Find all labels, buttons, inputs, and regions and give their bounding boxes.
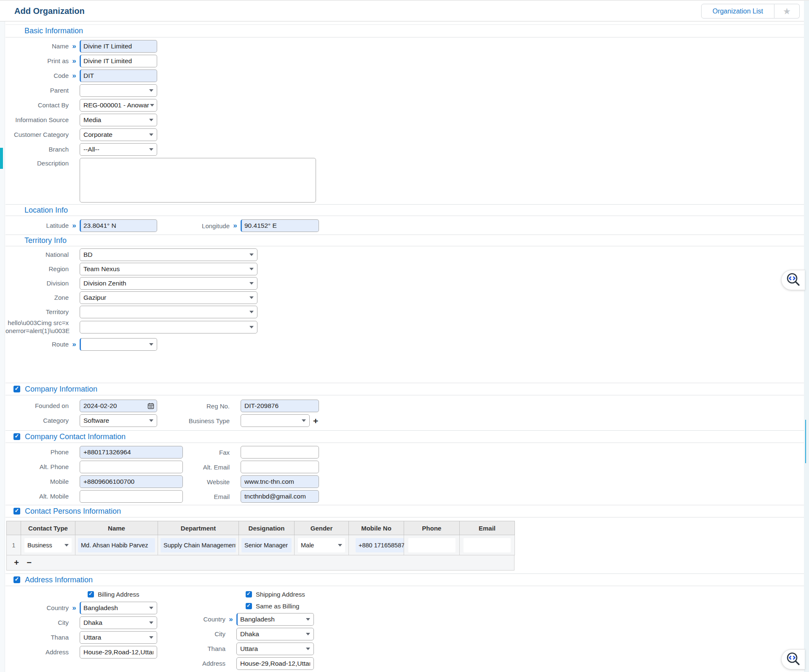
company-information-checkbox[interactable] — [13, 386, 20, 392]
add-business-type-button[interactable]: + — [313, 416, 318, 425]
company-contact-information-checkbox[interactable] — [13, 433, 20, 440]
same-as-billing-checkbox[interactable] — [246, 603, 252, 609]
inspect-code-button[interactable] — [781, 649, 805, 669]
email-input[interactable] — [241, 490, 319, 503]
favorite-button[interactable]: ★ — [774, 4, 800, 19]
chevron-down-icon — [149, 119, 153, 121]
designation-input[interactable]: Senior Manager — [241, 538, 292, 552]
reg-no-input[interactable] — [241, 400, 319, 412]
national-value: BD — [83, 251, 247, 259]
national-select[interactable]: BD — [80, 248, 257, 261]
business-type-select[interactable] — [241, 414, 310, 427]
same-as-billing-label: Same as Billing — [256, 603, 299, 610]
branch-label: Branch — [5, 146, 69, 154]
inspect-code-button[interactable] — [781, 270, 805, 290]
print-as-input[interactable] — [80, 55, 157, 67]
description-textarea[interactable] — [80, 158, 316, 203]
name-label: Name — [5, 43, 69, 51]
chevron-down-icon — [64, 544, 69, 547]
required-icon: » — [72, 221, 76, 229]
location-info-title: Location Info — [24, 206, 68, 215]
category-select[interactable]: Software — [80, 414, 157, 427]
territory-select[interactable] — [80, 306, 257, 318]
required-icon: » — [72, 604, 76, 612]
gender-select[interactable]: Male — [298, 538, 345, 552]
contact-phone-input[interactable] — [408, 538, 455, 552]
shipping-country-select[interactable]: Bangladesh — [236, 613, 314, 626]
business-type-label: Business Type — [162, 417, 230, 424]
add-row-button[interactable]: + — [10, 558, 23, 568]
header-sub-divider — [5, 21, 809, 25]
email-header: Email — [460, 521, 515, 535]
department-input[interactable]: Supply Chain Management — [161, 538, 236, 552]
scrollbar-track[interactable] — [804, 1, 809, 672]
founded-on-input[interactable] — [80, 400, 157, 412]
division-select[interactable]: Division Zenith — [80, 277, 257, 290]
information-source-select[interactable]: Media — [80, 114, 157, 126]
route-select[interactable] — [80, 338, 157, 351]
information-source-value: Media — [83, 116, 147, 124]
category-value: Software — [83, 417, 147, 424]
left-gutter — [0, 21, 5, 672]
phone-header: Phone — [404, 521, 460, 535]
contact-type-cell: Business — [21, 535, 75, 555]
custom-territory-level-select[interactable] — [80, 321, 257, 333]
mobile-no-input[interactable]: +880 171658587 — [356, 538, 404, 552]
form-row: Division Division Zenith — [5, 277, 809, 289]
shipping-address-field-label: Address — [162, 660, 225, 668]
zone-value: Gazipur — [83, 294, 247, 301]
chevron-down-icon — [149, 343, 153, 346]
contact-name-input[interactable]: Md. Ahsan Habib Parvez — [78, 538, 155, 552]
contact-persons-table: Contact Type Name Department Designation… — [6, 521, 515, 555]
branch-select[interactable]: --All-- — [80, 143, 157, 156]
email-label: Email — [162, 493, 230, 500]
fax-input[interactable] — [241, 446, 319, 459]
designation-header: Designation — [239, 521, 295, 535]
alt-email-input[interactable] — [241, 461, 319, 473]
code-input[interactable] — [80, 69, 157, 82]
chevron-down-icon — [302, 419, 306, 422]
form-row: Latitude » Longitude » — [5, 219, 809, 232]
region-select[interactable]: Team Nexus — [80, 263, 257, 275]
latitude-input[interactable] — [80, 219, 157, 232]
longitude-input[interactable] — [241, 219, 319, 232]
contact-persons-information-checkbox[interactable] — [13, 508, 20, 515]
chevron-down-icon — [149, 621, 153, 624]
billing-thana-select[interactable]: Uttara — [80, 631, 157, 644]
customer-category-select[interactable]: Corporate — [80, 128, 157, 141]
billing-address-checkbox[interactable] — [88, 591, 94, 597]
required-icon: » — [229, 615, 233, 623]
billing-city-select[interactable]: Dhaka — [80, 616, 157, 629]
page-header: Add Organization Organization List ★ — [0, 1, 809, 21]
shipping-address-input[interactable] — [236, 657, 314, 670]
shipping-thana-select[interactable]: Uttara — [236, 643, 314, 655]
remove-row-button[interactable]: − — [23, 558, 35, 568]
billing-address-input[interactable] — [80, 646, 157, 659]
organization-list-label: Organization List — [713, 8, 763, 15]
zone-select[interactable]: Gazipur — [80, 291, 257, 304]
website-label: Website — [162, 478, 230, 485]
address-information-checkbox[interactable] — [13, 576, 20, 583]
contact-persons-information-title: Contact Persons Information — [25, 507, 121, 516]
calendar-icon[interactable] — [147, 403, 154, 409]
required-icon: » — [72, 57, 76, 65]
shipping-city-select[interactable]: Dhaka — [236, 628, 314, 640]
shipping-address-checkbox[interactable] — [246, 591, 252, 597]
billing-country-select[interactable]: Bangladesh — [80, 602, 157, 614]
mobile-no-header: Mobile No — [349, 521, 404, 535]
contact-by-select[interactable]: REG-000001 - Anowar — [80, 99, 157, 112]
reg-no-label: Reg No. — [162, 403, 230, 410]
organization-list-button[interactable]: Organization List — [701, 4, 774, 19]
chevron-down-icon — [149, 636, 153, 639]
magnifier-code-icon — [785, 651, 801, 667]
shipping-country-label: Country — [162, 616, 225, 624]
website-input[interactable] — [241, 475, 319, 488]
contact-email-input[interactable] — [463, 538, 511, 552]
parent-select[interactable] — [80, 84, 157, 97]
name-input[interactable] — [80, 40, 157, 53]
contact-type-select[interactable]: Business — [24, 538, 72, 552]
route-label: Route — [5, 341, 69, 349]
company-contact-information-title: Company Contact Information — [25, 432, 126, 441]
scrollbar-thumb[interactable] — [805, 420, 806, 463]
division-label: Division — [5, 280, 69, 288]
